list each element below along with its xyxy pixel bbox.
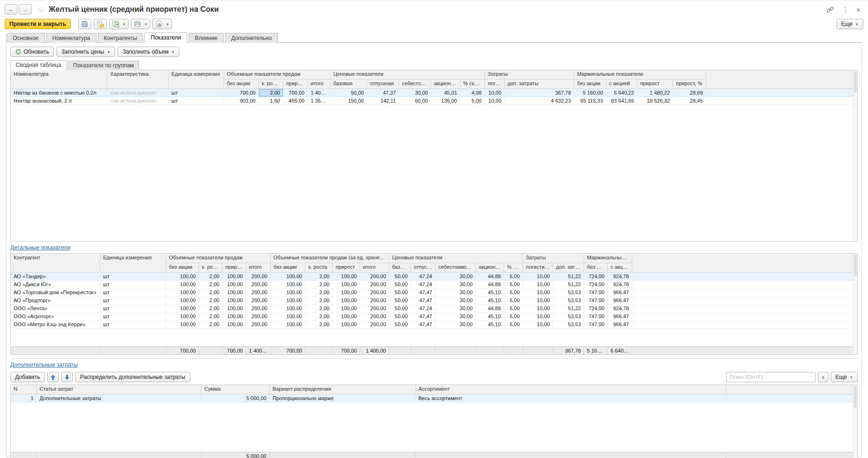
cell[interactable]: 200,00: [246, 305, 271, 313]
cell[interactable]: [726, 394, 857, 402]
table-row[interactable]: ООО «Метро Кэш энд Керри»шт100,002,00100…: [11, 321, 857, 329]
cell[interactable]: 30,00: [435, 321, 476, 329]
cell[interactable]: 30,00: [435, 281, 476, 289]
cell[interactable]: 50,00: [389, 273, 411, 281]
column-subheader[interactable]: логистика: [485, 80, 505, 89]
cell[interactable]: [706, 97, 857, 105]
column-subheader[interactable]: акционная: [431, 80, 460, 89]
cell[interactable]: 51,22: [553, 305, 584, 313]
cell[interactable]: 924,78: [608, 305, 632, 313]
table-row[interactable]: ООО «Агроторг»шт100,002,00100,00200,0010…: [11, 313, 857, 321]
back-button[interactable]: ←: [5, 4, 17, 15]
column-subheader[interactable]: прирост: [283, 80, 308, 89]
cell[interactable]: 5 000,00: [201, 394, 270, 402]
table-row[interactable]: Нектар ананасовый, 2 л<не используются>ш…: [11, 97, 857, 105]
cell[interactable]: 724,00: [584, 281, 608, 289]
distribute-button[interactable]: Распределить дополнительные затраты: [75, 372, 190, 382]
cell[interactable]: 47,47: [411, 289, 435, 297]
cell[interactable]: 724,00: [584, 305, 608, 313]
cell[interactable]: 2,00: [199, 289, 223, 297]
cell[interactable]: 2,00: [199, 313, 223, 321]
cell[interactable]: [632, 281, 857, 289]
cell[interactable]: АО «Торговый дом «Перекресток»: [11, 289, 100, 297]
cell[interactable]: 200,00: [360, 313, 389, 321]
cell[interactable]: 700,00: [283, 89, 308, 97]
cell[interactable]: 5,00: [504, 321, 523, 329]
column-header[interactable]: Единица измерения: [169, 70, 224, 89]
cell[interactable]: 100,00: [271, 281, 305, 289]
cell[interactable]: 2,00: [199, 281, 223, 289]
cell[interactable]: 1 400,00: [308, 89, 330, 97]
cell[interactable]: 200,00: [246, 273, 271, 281]
cell[interactable]: [632, 273, 857, 281]
cell[interactable]: 747,00: [584, 321, 608, 329]
cell[interactable]: 966,47: [608, 313, 632, 321]
cell[interactable]: АО «Дикси Юг»: [11, 281, 100, 289]
cell[interactable]: 2,00: [259, 89, 283, 97]
column-subheader[interactable]: без акции: [224, 80, 259, 89]
cell[interactable]: 47,47: [411, 297, 435, 305]
column-header[interactable]: [632, 254, 857, 273]
cell[interactable]: 47,47: [411, 313, 435, 321]
cell[interactable]: 83 641,65: [606, 97, 637, 105]
cell[interactable]: 1,50: [259, 97, 283, 105]
cell[interactable]: 2,00: [199, 297, 223, 305]
cell[interactable]: 10,00: [523, 289, 553, 297]
cell[interactable]: 53,53: [553, 321, 584, 329]
cell[interactable]: 44,88: [476, 281, 504, 289]
tab-item[interactable]: Контрагенты: [98, 33, 144, 43]
cell[interactable]: Нектар из бананов с мякотью 0,2л: [11, 89, 107, 97]
cell[interactable]: АО «Продторг»: [11, 297, 100, 305]
cell[interactable]: 100,00: [223, 321, 246, 329]
column-subheader[interactable]: доп. затраты: [553, 263, 584, 273]
cell[interactable]: 45,10: [476, 297, 504, 305]
cell[interactable]: ООО «Лента»: [11, 305, 100, 313]
cell[interactable]: 5,00: [504, 313, 523, 321]
cell[interactable]: 100,00: [223, 297, 246, 305]
cell[interactable]: шт: [100, 281, 166, 289]
cell[interactable]: 10,00: [485, 97, 505, 105]
cell[interactable]: 200,00: [360, 321, 389, 329]
cell[interactable]: Пропорционально марже: [270, 394, 416, 402]
column-subheader[interactable]: итого: [308, 80, 330, 89]
cell[interactable]: шт: [100, 313, 166, 321]
column-header[interactable]: Номенклатура: [11, 70, 107, 89]
cell[interactable]: 100,00: [166, 289, 199, 297]
cell[interactable]: Весь ассортимент: [416, 394, 726, 402]
cell[interactable]: 30,00: [435, 313, 476, 321]
cell[interactable]: 747,00: [584, 289, 608, 297]
subtab-item[interactable]: Сводная таблица: [10, 60, 66, 70]
subtab-item[interactable]: Показатели по группам: [68, 61, 139, 70]
cell[interactable]: [632, 305, 857, 313]
print-button[interactable]: ▼: [131, 19, 150, 29]
tab-item[interactable]: Основное: [7, 33, 45, 43]
cell[interactable]: 100,00: [223, 281, 246, 289]
column-subheader[interactable]: базовая: [330, 80, 367, 89]
cell[interactable]: 966,47: [608, 321, 632, 329]
more-button[interactable]: Еще ▼: [836, 19, 863, 29]
cell[interactable]: шт: [100, 273, 166, 281]
cell[interactable]: 903,00: [224, 97, 259, 105]
cell[interactable]: 1 480,22: [637, 89, 673, 97]
column-header[interactable]: Контрагент: [11, 254, 100, 273]
cell[interactable]: 50,00: [389, 321, 411, 329]
extra-costs-link[interactable]: Дополнительные затраты: [10, 362, 78, 368]
cell[interactable]: 1 358,00: [308, 97, 330, 105]
cell[interactable]: 30,00: [435, 273, 476, 281]
cell[interactable]: 100,00: [223, 313, 246, 321]
column-subheader[interactable]: прирост, %: [673, 80, 706, 89]
cell[interactable]: 200,00: [360, 281, 389, 289]
cell[interactable]: 100,00: [271, 313, 305, 321]
column-subheader[interactable]: без акции: [166, 263, 199, 273]
cell[interactable]: 45,01: [431, 89, 460, 97]
cell[interactable]: 5,00: [504, 305, 523, 313]
cell[interactable]: 200,00: [246, 313, 271, 321]
cell[interactable]: 45,10: [476, 289, 504, 297]
cell[interactable]: 5,00: [504, 281, 523, 289]
cell[interactable]: 200,00: [246, 281, 271, 289]
column-header[interactable]: Единица измерения: [100, 254, 166, 273]
cell[interactable]: 100,00: [223, 273, 246, 281]
clear-search-button[interactable]: x: [818, 372, 828, 382]
cell[interactable]: 100,00: [271, 289, 305, 297]
column-subheader[interactable]: к. роста: [259, 80, 283, 89]
